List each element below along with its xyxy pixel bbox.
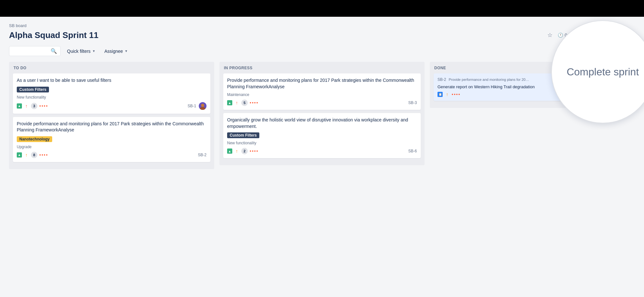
column-todo: TO DO As a user I want to be able to sav…: [9, 62, 214, 169]
card-id-sb3: SB-3: [408, 101, 417, 105]
card-sb2[interactable]: Provide performance and monitoring plans…: [13, 117, 210, 162]
star-icon[interactable]: ☆: [547, 32, 553, 39]
card-id-sb1: SB-1: [187, 104, 196, 108]
quick-filters-chevron: ▼: [92, 49, 95, 53]
toolbar: 🔍 Quick filters ▼ Assignee ▼: [9, 46, 635, 56]
complete-sprint-overlay-text: Complete sprint: [567, 66, 639, 78]
card-sb6-left: ▲ ↑ 2 ••••: [227, 148, 259, 154]
column-inprogress-header: IN PROGRESS: [223, 66, 421, 70]
card-sb2-meta: Upgrade: [17, 145, 207, 149]
done-card-parent-id: SB-2: [437, 77, 446, 82]
assignee-chevron: ▼: [125, 49, 128, 53]
card-sb3-meta: Maintenance: [227, 92, 417, 97]
priority-icon-sb1: ↑: [24, 103, 29, 109]
priority-icon-sb3: ↑: [234, 100, 239, 105]
card-sb3[interactable]: Provide performance and monitoring plans…: [223, 73, 421, 110]
assignee-filter-button[interactable]: Assignee ▼: [102, 47, 130, 55]
header-right-wrapper: ☆ 🕐 0 days Complete sprint ··· Complete …: [547, 30, 635, 40]
board: TO DO As a user I want to be able to sav…: [9, 62, 635, 169]
card-sb6-footer: ▲ ↑ 2 •••• SB-6: [227, 148, 417, 154]
card-sb1-title: As a user I want to be able to save usef…: [17, 77, 207, 84]
search-icon: 🔍: [51, 48, 57, 54]
dots-sb6: ••••: [250, 148, 259, 154]
story-points-sb3: 5: [241, 100, 248, 106]
search-box[interactable]: 🔍: [9, 46, 61, 56]
card-sb3-footer: ▲ ↑ 5 •••• SB-3: [227, 100, 417, 106]
svg-point-1: [200, 107, 205, 110]
avatar-sb1: [199, 102, 207, 110]
story-icon-sb1: ▲: [17, 103, 22, 109]
quick-filters-label: Quick filters: [67, 49, 91, 54]
card-id-sb6: SB-6: [408, 149, 417, 153]
card-sb1-footer: ▲ ↑ 3 •••• SB-1: [17, 102, 207, 110]
card-sb2-title: Provide performance and monitoring plans…: [17, 121, 207, 133]
top-bar: [0, 0, 644, 17]
story-icon-sb3: ▲: [227, 100, 232, 105]
assignee-label: Assignee: [104, 49, 123, 54]
story-points-sb6: 2: [241, 148, 248, 154]
svg-point-0: [201, 104, 204, 107]
priority-icon-sb6: ↑: [234, 148, 239, 154]
search-input[interactable]: [13, 49, 49, 53]
breadcrumb: SB board: [9, 23, 635, 28]
card-sb6[interactable]: Organically grow the holistic world view…: [223, 113, 421, 158]
page-title: Alpha Squad Sprint 11: [9, 30, 98, 40]
card-sb3-title: Provide performance and monitoring plans…: [227, 77, 417, 90]
dots-sb1: ••••: [39, 103, 48, 109]
card-sb6-tag: Custom Filters: [227, 132, 259, 138]
column-inprogress: IN PROGRESS Provide performance and moni…: [219, 62, 425, 165]
card-sb1-tag: Custom Filters: [17, 87, 49, 92]
card-sb2-footer: ▲ ↑ 8 •••• SB-2: [17, 152, 207, 158]
card-sb4-left: 📋 ↑ ••••: [437, 92, 461, 97]
card-sb2-tag: Nanotechnology: [17, 136, 52, 142]
page-header: Alpha Squad Sprint 11 ☆ 🕐 0 days Complet…: [9, 30, 635, 40]
dots-sb3: ••••: [250, 100, 259, 105]
clock-icon: 🕐: [558, 33, 563, 38]
priority-icon-sb4: ↑: [445, 92, 450, 97]
card-sb1-meta: New functionality: [17, 95, 207, 100]
column-todo-header: TO DO: [13, 66, 210, 70]
story-icon-sb2: ▲: [17, 152, 22, 158]
done-card-parent-title: Provide performance and monitoring plans…: [449, 78, 529, 81]
story-points-sb1: 3: [31, 103, 37, 109]
story-points-sb2: 8: [31, 152, 37, 158]
card-id-sb2: SB-2: [198, 153, 207, 157]
card-sb6-title: Organically grow the holistic world view…: [227, 117, 417, 129]
quick-filters-button[interactable]: Quick filters ▼: [64, 47, 98, 55]
card-sb1[interactable]: As a user I want to be able to save usef…: [13, 73, 210, 114]
story-icon-sb6: ▲: [227, 148, 232, 154]
book-icon-sb4: 📋: [437, 92, 443, 97]
card-sb1-left: ▲ ↑ 3 ••••: [17, 103, 48, 109]
priority-icon-sb2: ↑: [24, 152, 29, 158]
card-sb2-left: ▲ ↑ 8 ••••: [17, 152, 48, 158]
dots-sb2: ••••: [39, 152, 48, 158]
card-sb6-meta: New functionality: [227, 141, 417, 145]
dots-sb4: ••••: [452, 92, 461, 97]
card-sb3-left: ▲ ↑ 5 ••••: [227, 100, 259, 106]
